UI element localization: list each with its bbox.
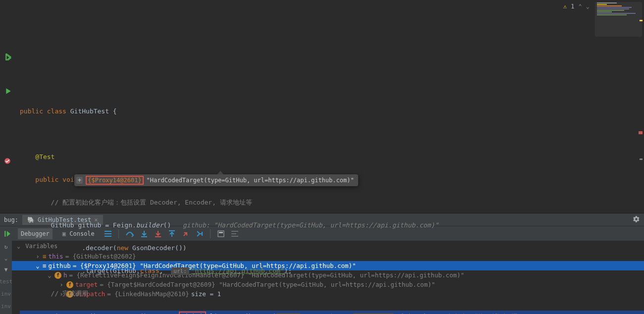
filter-icon[interactable]: ▼ (4, 266, 8, 273)
minimap[interactable] (595, 2, 642, 37)
tooltip-value: "HardCodedTarget(type=GitHub, url=https:… (147, 177, 354, 184)
expand-icon[interactable]: + (76, 177, 83, 184)
svg-rect-12 (231, 233, 236, 234)
comment: // 配置初始化客户端：包括设置 Decoder, Encoder, 请求地址等 (20, 199, 252, 206)
warning-icon[interactable]: ⚠ (563, 3, 567, 10)
gutter (0, 0, 20, 213)
comment: // 完成调用 (20, 290, 88, 297)
editor-status: ⚠ 1 ⌃ ⌄ (563, 3, 590, 10)
code-editor[interactable]: public class GitHubTest { @Test public v… (0, 0, 644, 213)
marker-bar[interactable] (639, 0, 643, 213)
chevron-down-icon[interactable]: ⌄ (4, 255, 8, 262)
trace-icon[interactable] (231, 231, 238, 237)
run-class-icon[interactable] (5, 53, 12, 60)
svg-rect-1 (4, 231, 5, 237)
restart-icon[interactable]: ↻ (4, 244, 8, 250)
highlight-github: github (179, 312, 206, 314)
breakpoint-line[interactable]: List<Contributor> contributors = github.… (20, 311, 644, 314)
inline-hint: github: "HardCodedTarget(type=GitHub, ur… (183, 221, 439, 229)
annotation: @Test (20, 153, 54, 160)
code-line: public class GitHubTest { (20, 107, 117, 115)
run-test-icon[interactable] (5, 88, 12, 95)
param-hint: url: (171, 267, 189, 275)
debug-label: bug: (4, 216, 18, 223)
value-tooltip[interactable]: + {$Proxy14@2601} "HardCodedTarget(type=… (74, 174, 358, 186)
tooltip-proxy: {$Proxy14@2601} (88, 177, 141, 184)
prev-highlight-icon[interactable]: ⌃ (579, 3, 582, 10)
resume-icon[interactable] (4, 230, 11, 237)
warning-count: 1 (571, 3, 574, 10)
svg-rect-11 (231, 231, 238, 232)
breakpoint-icon[interactable] (4, 157, 11, 164)
svg-rect-13 (231, 236, 238, 237)
side-toolbar: ↻ ⌄ ▼ test inv inv inv (0, 241, 12, 314)
next-highlight-icon[interactable]: ⌄ (586, 3, 590, 10)
